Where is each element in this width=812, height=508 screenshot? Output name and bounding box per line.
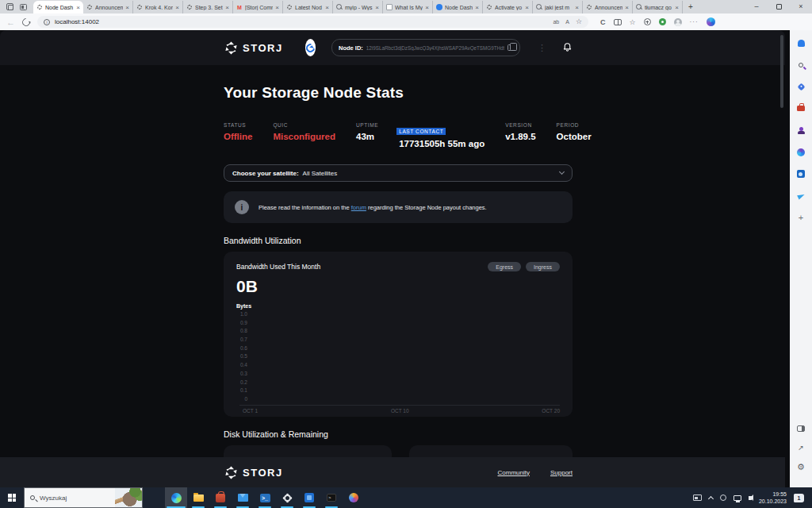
tab-close-icon[interactable]: × bbox=[125, 4, 129, 11]
photos-taskbar-icon[interactable] bbox=[298, 487, 320, 508]
appwin-tray-icon[interactable] bbox=[693, 495, 702, 501]
favorite-star-icon[interactable]: ☆ bbox=[576, 18, 582, 25]
paint-taskbar-icon[interactable] bbox=[343, 487, 365, 508]
favorites-icon[interactable]: ☆ bbox=[630, 18, 636, 26]
ring-tray-icon[interactable] bbox=[720, 495, 726, 501]
browser-tab[interactable]: Node Dash× bbox=[33, 1, 83, 13]
browser-tab[interactable]: tłumacz go× bbox=[633, 1, 683, 13]
explorer-taskbar-icon[interactable] bbox=[187, 487, 209, 508]
workspaces-icon[interactable] bbox=[6, 3, 13, 10]
options-menu-icon[interactable]: ⋮ bbox=[538, 44, 546, 52]
bell-icon[interactable] bbox=[796, 38, 806, 48]
terminal-taskbar-icon[interactable]: > bbox=[320, 487, 343, 508]
tab-close-icon[interactable]: × bbox=[675, 4, 679, 11]
tab-close-icon[interactable]: × bbox=[425, 4, 429, 11]
footer-link-support[interactable]: Support bbox=[550, 469, 573, 476]
browser-tab[interactable]: What Is My× bbox=[383, 1, 433, 13]
tab-close-icon[interactable]: × bbox=[76, 4, 80, 11]
reload-icon[interactable] bbox=[21, 16, 32, 27]
add-icon[interactable]: + bbox=[796, 213, 806, 222]
browser-tab[interactable]: Announcem× bbox=[583, 1, 633, 13]
browser-tab[interactable]: jaki jest m× bbox=[533, 1, 583, 13]
network-tray-icon[interactable] bbox=[733, 495, 741, 501]
volume-tray-icon[interactable] bbox=[749, 496, 752, 500]
toolbox-icon[interactable] bbox=[796, 104, 806, 114]
browser-tab[interactable]: Activate yo× bbox=[483, 1, 533, 13]
copilot-icon[interactable] bbox=[707, 17, 715, 26]
taskbar-search-box[interactable]: Wyszukaj bbox=[24, 487, 143, 508]
taskbar-clock[interactable]: 19:55 20.10.2023 bbox=[759, 491, 787, 506]
notifications-bell-icon[interactable] bbox=[562, 40, 573, 55]
tab-bar-left-controls bbox=[0, 0, 33, 13]
search-highlight-image[interactable] bbox=[115, 488, 142, 507]
browser-essentials-icon[interactable]: C bbox=[600, 18, 606, 26]
read-aloud-icon[interactable]: A bbox=[565, 19, 569, 25]
split-screen-icon[interactable] bbox=[614, 19, 622, 25]
browser-tab[interactable]: Krok 4. Kon× bbox=[133, 1, 183, 13]
browser-tab[interactable]: Latest Nod× bbox=[283, 1, 333, 13]
action-center-icon[interactable]: 1 bbox=[794, 494, 804, 502]
browser-tab[interactable]: Announcem× bbox=[83, 1, 133, 13]
footer-link-community[interactable]: Community bbox=[498, 469, 530, 476]
y-tick-label: 0.7 bbox=[236, 337, 247, 345]
outlook-icon[interactable] bbox=[796, 169, 806, 179]
address-bar[interactable]: i localhost:14002 ab A ☆ bbox=[37, 16, 588, 28]
satellite-select[interactable]: Choose your satellite: All Satellites bbox=[224, 164, 573, 182]
copy-icon[interactable] bbox=[508, 44, 513, 51]
start-button[interactable] bbox=[0, 487, 24, 508]
storj-dashboard-page: STORJ Node ID: 12i9SLaRbct3djDzSgJwcQ3y4… bbox=[0, 30, 785, 487]
egress-toggle-button[interactable]: Egress bbox=[488, 262, 521, 271]
search-favicon bbox=[336, 4, 343, 10]
forum-link[interactable]: forum bbox=[351, 204, 366, 211]
stat-value: October bbox=[557, 132, 592, 141]
browser-tab[interactable]: myip - Wys× bbox=[333, 1, 383, 13]
page-scrollbar[interactable] bbox=[780, 35, 783, 108]
browser-tab[interactable]: M[Storj Comm× bbox=[233, 1, 283, 13]
designer-icon[interactable] bbox=[796, 148, 806, 157]
browser-tab[interactable]: Node Dash× bbox=[433, 1, 483, 13]
tab-close-icon[interactable]: × bbox=[225, 4, 229, 11]
tab-close-icon[interactable]: × bbox=[175, 4, 179, 11]
profile-avatar[interactable] bbox=[674, 18, 682, 26]
edge-taskbar-icon[interactable] bbox=[165, 487, 187, 508]
search-icon[interactable] bbox=[796, 60, 806, 70]
panel-icon[interactable] bbox=[796, 424, 806, 433]
settings-taskbar-icon[interactable] bbox=[276, 487, 298, 508]
tab-close-icon[interactable]: × bbox=[275, 4, 279, 11]
tab-close-icon[interactable]: × bbox=[575, 4, 579, 11]
storj-favicon bbox=[286, 4, 293, 10]
drop-icon[interactable] bbox=[796, 191, 806, 201]
tab-actions-icon[interactable] bbox=[20, 4, 27, 10]
tab-close-icon[interactable]: × bbox=[625, 4, 629, 11]
tab-close-icon[interactable]: × bbox=[475, 4, 479, 11]
site-info-icon[interactable]: i bbox=[44, 19, 50, 25]
tab-title: Krok 4. Kon bbox=[145, 5, 173, 10]
chevron-tray-icon[interactable] bbox=[709, 495, 713, 501]
refresh-node-button[interactable] bbox=[305, 39, 316, 56]
collections-icon[interactable] bbox=[644, 18, 651, 25]
extension-icon[interactable] bbox=[659, 18, 666, 25]
maximize-button[interactable] bbox=[768, 4, 790, 10]
mail-taskbar-icon[interactable] bbox=[232, 487, 254, 508]
external-icon[interactable]: ↗ bbox=[796, 443, 806, 452]
powershell-taskbar-icon[interactable]: >_ bbox=[254, 487, 276, 508]
gear-icon[interactable]: ⚙ bbox=[796, 462, 806, 471]
back-icon[interactable]: ← bbox=[6, 17, 15, 27]
tab-close-icon[interactable]: × bbox=[325, 4, 329, 11]
close-button[interactable]: × bbox=[790, 0, 812, 13]
footer-links: CommunitySupport bbox=[498, 469, 573, 476]
gmail-favicon: M bbox=[236, 4, 243, 10]
ingress-toggle-button[interactable]: Ingress bbox=[526, 262, 560, 271]
minimize-button[interactable]: – bbox=[745, 0, 768, 13]
tab-close-icon[interactable]: × bbox=[375, 4, 379, 11]
task-view-taskbar-icon[interactable] bbox=[143, 487, 165, 508]
url-text[interactable]: localhost:14002 bbox=[55, 18, 548, 25]
browser-tab[interactable]: Step 3. Set× bbox=[183, 1, 233, 13]
tab-close-icon[interactable]: × bbox=[525, 4, 529, 11]
translate-icon[interactable]: ab bbox=[553, 19, 559, 25]
tag-icon[interactable] bbox=[796, 82, 806, 91]
store-taskbar-icon[interactable] bbox=[209, 487, 232, 508]
new-tab-button[interactable]: + bbox=[683, 1, 699, 13]
people-icon[interactable] bbox=[796, 125, 806, 135]
more-menu-icon[interactable]: ··· bbox=[690, 18, 699, 25]
